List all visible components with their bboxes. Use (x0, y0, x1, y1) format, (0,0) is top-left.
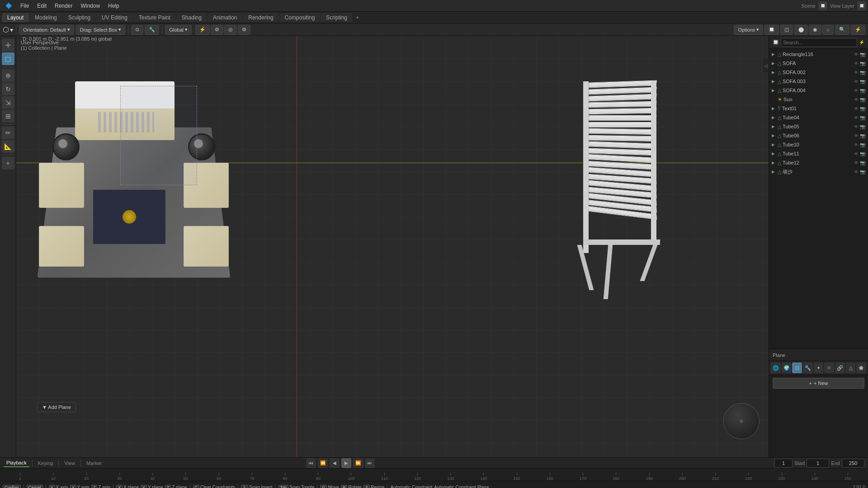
rendered-shading-btn[interactable]: ○ (822, 25, 834, 35)
z-plane-key[interactable]: Z (165, 485, 171, 488)
z-axis-key[interactable]: Z (91, 485, 98, 488)
render-icon[interactable]: 📷 (860, 124, 865, 129)
tab-modeling[interactable]: Modeling (29, 13, 62, 22)
visibility-icon[interactable]: 👁 (854, 52, 859, 57)
outliner-item-rectangle116[interactable]: ▶ △ Rectangle116 👁 📷 (769, 50, 868, 59)
pivot-btn[interactable]: ⊙ (131, 25, 143, 35)
render-icon[interactable]: 📷 (860, 169, 865, 174)
render-icon[interactable]: 📷 (860, 88, 865, 93)
material-new-button[interactable]: + + New (773, 378, 864, 389)
step-forward-btn[interactable]: ⏩ (353, 458, 363, 468)
drag-select-btn[interactable]: Drag: Select Box ▾ (76, 25, 126, 35)
prop-object-icon-btn[interactable]: □ (792, 362, 802, 373)
viewport[interactable]: User Perspective (1) Collection | Plane (16, 36, 769, 457)
outliner-item-tube12[interactable]: ▶ △ Tube12 👁 📷 (769, 158, 868, 167)
outliner-filter-btn[interactable]: ⚡ (859, 40, 864, 45)
render-icon[interactable]: 📷 (860, 70, 865, 75)
prop-data-icon-btn[interactable]: △ (846, 362, 856, 373)
outliner-item-sofa[interactable]: ▶ △ SOFA 👁 📷 (769, 59, 868, 68)
rotate-tool-btn[interactable]: ↻ (2, 83, 14, 95)
panel-collapse-btn[interactable]: ◁ (763, 59, 769, 72)
y-plane-key[interactable]: Y (141, 485, 147, 488)
outliner-item-sun[interactable]: ☀ Sun 👁 📷 (769, 95, 868, 104)
jump-end-btn[interactable]: ⏭ (365, 458, 375, 468)
render-icon[interactable]: 📷 (860, 97, 865, 102)
resize-key[interactable]: S (363, 485, 370, 488)
render-icon[interactable]: 📷 (860, 133, 865, 138)
cursor-tool-btn[interactable]: ✛ (2, 39, 14, 52)
mode-icon[interactable]: ⬡ (3, 25, 9, 34)
visibility-icon[interactable]: 👁 (854, 160, 859, 165)
tab-animation[interactable]: Animation (208, 13, 242, 22)
cancel-key[interactable]: Cancel (27, 485, 43, 488)
x-plane-key[interactable]: X (116, 485, 123, 488)
outliner-item-tube06[interactable]: ▶ △ Tube06 👁 📷 (769, 131, 868, 140)
tab-texture-paint[interactable]: Texture Paint (133, 13, 176, 22)
rotate-key[interactable]: R (341, 485, 348, 488)
measure-tool-btn[interactable]: 📐 (2, 140, 14, 153)
outliner-item-tube10[interactable]: ▶ △ Tube10 👁 📷 (769, 140, 868, 149)
outliner-item-sofa003[interactable]: ▶ △ SOFA.003 👁 📷 (769, 77, 868, 86)
select-tool-btn[interactable]: ⬚ (2, 52, 14, 65)
timeline-ruler[interactable]: 1 10 20 30 40 50 60 70 80 90 100 110 120… (0, 468, 868, 481)
prop-modifier-icon-btn[interactable]: 🔧 (803, 362, 813, 373)
prop-physics-icon-btn[interactable]: ⚛ (824, 362, 834, 373)
snap-toggle-btn[interactable]: ⚡ (195, 25, 210, 35)
visibility-icon[interactable]: 👁 (854, 106, 859, 111)
view-layer-icon[interactable]: 🔲 (857, 1, 866, 10)
y-axis-key[interactable]: Y (70, 485, 76, 488)
snap-toggle-key[interactable]: Tab (278, 485, 289, 488)
tab-sculpting[interactable]: Sculpting (63, 13, 96, 22)
tab-compositing[interactable]: Compositing (279, 13, 321, 22)
pb-playback-tab[interactable]: Playback (4, 459, 29, 467)
play-reverse-btn[interactable]: ◀ (330, 458, 340, 468)
navigation-gizmo[interactable]: ⊙ (723, 403, 760, 439)
render-icon[interactable]: 📷 (860, 115, 865, 120)
pb-marker-tab[interactable]: Marker (84, 460, 104, 467)
render-icon[interactable]: 📷 (860, 52, 865, 57)
render-icon[interactable]: 📷 (860, 142, 865, 147)
menu-help[interactable]: Help (104, 2, 123, 10)
tab-shading[interactable]: Shading (176, 13, 207, 22)
move-key[interactable]: G (320, 485, 327, 488)
play-btn[interactable]: ▶ (341, 458, 351, 468)
add-plane-button[interactable]: ▼ Add Plane (37, 402, 76, 412)
blender-icon[interactable]: 🔷 (2, 2, 16, 10)
jump-start-btn[interactable]: ⏮ (306, 458, 316, 468)
annotate-tool-btn[interactable]: ✏ (2, 127, 14, 139)
mode-dropdown[interactable]: ▾ (10, 26, 13, 33)
transform-tool-btn[interactable]: ⊞ (2, 110, 14, 122)
visibility-icon[interactable]: 👁 (854, 142, 859, 147)
prop-world-icon-btn[interactable]: 🌍 (782, 362, 792, 373)
filter-btn[interactable]: ⚡ (851, 25, 865, 35)
confirm-key[interactable]: Confirm (3, 485, 21, 488)
outliner-item-sofa002[interactable]: ▶ △ SOFA.002 👁 📷 (769, 68, 868, 77)
visibility-icon[interactable]: 👁 (854, 79, 859, 84)
scale-tool-btn[interactable]: ⇲ (2, 96, 14, 109)
outliner-item-tube05[interactable]: ▶ △ Tube05 👁 📷 (769, 122, 868, 131)
material-shading-btn[interactable]: ◉ (809, 25, 821, 35)
snap-btn[interactable]: 🔧 (145, 25, 159, 35)
x-axis-key[interactable]: X (49, 485, 55, 488)
overlay-btn[interactable]: 🔲 (764, 25, 779, 35)
solid-shading-btn[interactable]: ⬤ (794, 25, 808, 35)
menu-edit[interactable]: Edit (33, 2, 50, 10)
visibility-icon[interactable]: 👁 (854, 124, 859, 129)
menu-window[interactable]: Window (77, 2, 104, 10)
gizmo-sphere[interactable]: ⊙ (723, 403, 760, 439)
prop-material-icon-btn[interactable]: ⬟ (856, 362, 866, 373)
clear-constraints-key[interactable]: C (193, 485, 200, 488)
tab-rendering[interactable]: Rendering (243, 13, 278, 22)
outliner-item-tube11[interactable]: ▶ △ Tube11 👁 📷 (769, 149, 868, 158)
render-icon[interactable]: 📷 (860, 106, 865, 111)
outliner-search-input[interactable] (781, 38, 857, 47)
menu-file[interactable]: File (17, 2, 33, 10)
render-icon[interactable]: 📷 (860, 151, 865, 156)
render-icon[interactable]: 📷 (860, 61, 865, 66)
render-icon[interactable]: 📷 (860, 79, 865, 84)
visibility-icon[interactable]: 👁 (854, 115, 859, 120)
visibility-icon[interactable]: 👁 (854, 97, 859, 102)
add-tool-btn[interactable]: + (2, 157, 14, 169)
step-back-btn[interactable]: ⏪ (318, 458, 328, 468)
pb-view-tab[interactable]: View (61, 460, 78, 467)
